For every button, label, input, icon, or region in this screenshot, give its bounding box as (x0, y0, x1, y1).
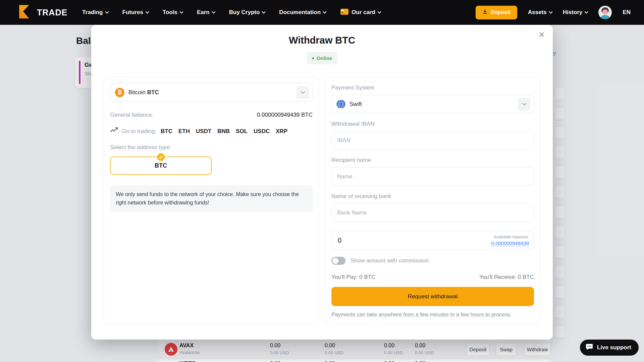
youll-pay-text: You'll Pay: 0 BTC (331, 274, 375, 281)
youll-receive-text: You'll Receive: 0 BTC (479, 274, 534, 281)
summary-row: You'll Pay: 0 BTC You'll Receive: 0 BTC (331, 274, 534, 281)
nav-trading[interactable]: Trading (82, 9, 108, 16)
top-navbar: TRADE Trading Futures Tools Earn Buy Cry… (0, 0, 644, 25)
pair-link-bnb[interactable]: BNB (217, 128, 230, 135)
chevron-down-icon (297, 86, 309, 99)
payment-system-label: Payment System (331, 84, 534, 91)
amount-input[interactable] (333, 237, 400, 244)
chevron-down-icon (179, 10, 183, 13)
main-menu: Trading Futures Tools Earn Buy Crypto Do… (82, 8, 381, 17)
user-avatar[interactable] (598, 6, 612, 19)
bitcoin-icon: ₿ (115, 88, 124, 97)
navbar-right: Deposit Assets History EN (476, 6, 631, 19)
chevron-down-icon (262, 10, 266, 13)
nav-earn[interactable]: Earn (197, 9, 215, 16)
payment-system-select[interactable]: Swift (331, 95, 534, 113)
network-warning-text: We only send funds to the network of you… (110, 185, 313, 212)
chevron-down-icon (377, 10, 381, 13)
chevron-down-icon (518, 98, 531, 111)
avatar-face (602, 9, 608, 14)
recipient-input[interactable] (331, 167, 534, 186)
commission-label: Show amount with commission (351, 257, 429, 264)
commission-toggle-row: Show amount with commission (331, 257, 534, 265)
nav-buy-crypto[interactable]: Buy Crypto (229, 9, 265, 16)
trade-logo-icon (17, 5, 32, 20)
card-icon (340, 8, 349, 17)
request-withdrawal-button[interactable]: Request withdrawal (331, 287, 534, 306)
iban-label: Withdrawal IBAN (331, 121, 534, 127)
chevron-down-icon (105, 10, 109, 13)
coin-panel: ₿ Bitcoin BTC General balance: 0.0000009… (104, 77, 319, 325)
commission-toggle[interactable] (331, 257, 345, 265)
chevron-down-icon (145, 10, 149, 13)
bank-label: Name of receiving bank (331, 193, 534, 200)
chevron-down-icon (323, 10, 326, 13)
pair-link-btc[interactable]: BTC (161, 128, 172, 135)
pair-link-eth[interactable]: ETH (178, 128, 190, 135)
close-icon[interactable] (537, 29, 547, 40)
deposit-button[interactable]: Deposit (476, 6, 517, 19)
recipient-label: Recipient name (331, 157, 534, 164)
coin-select[interactable]: ₿ Bitcoin BTC (110, 83, 313, 102)
modal-title: Withdraw BTC (91, 25, 553, 46)
processing-note: Payments can take anywhere from a few mi… (331, 312, 534, 318)
address-type-label: Select the address type: (110, 144, 313, 151)
nav-our-card[interactable]: Our card (340, 8, 381, 17)
nav-documentation[interactable]: Documentation (279, 9, 326, 16)
avatar-shirt (600, 15, 610, 19)
general-balance-value: 0.000000949439 BTC (257, 112, 313, 118)
available-balance-link[interactable]: 0.000000949439 (491, 240, 529, 246)
language-selector[interactable]: EN (623, 9, 631, 16)
bank-input[interactable] (331, 203, 534, 222)
nav-futures[interactable]: Futures (122, 9, 149, 16)
trend-chart-icon (110, 127, 119, 135)
withdraw-modal: Withdraw BTC Online ₿ Bitcoin BTC Genera… (91, 25, 553, 340)
pair-link-usdc[interactable]: USDC (254, 128, 270, 135)
deposit-icon (482, 9, 488, 16)
withdrawal-form-panel: Payment System Swift Withdrawal IBAN Rec… (325, 77, 540, 325)
check-icon (157, 153, 165, 161)
chevron-down-icon (585, 10, 588, 13)
pair-link-xrp[interactable]: XRP (276, 128, 287, 135)
live-support-button[interactable]: Live support (580, 340, 639, 356)
chevron-down-icon (549, 10, 552, 13)
pair-link-usdt[interactable]: USDT (196, 128, 211, 135)
swift-globe-icon (336, 100, 345, 109)
iban-input[interactable] (331, 131, 534, 149)
amount-field: Available balance: 0.000000949439 (331, 231, 534, 250)
brand-logo[interactable]: TRADE (17, 5, 67, 20)
chat-bubble-icon (585, 343, 593, 353)
general-balance-row: General balance: 0.000000949439 BTC (110, 112, 313, 118)
status-badge: Online (307, 52, 338, 64)
nav-history[interactable]: History (563, 9, 588, 16)
payment-system-value: Swift (350, 101, 362, 108)
pair-link-sol[interactable]: SOL (236, 128, 248, 135)
brand-name: TRADE (37, 8, 67, 17)
available-balance-label: Available balance: (491, 234, 529, 239)
nav-tools[interactable]: Tools (163, 9, 183, 16)
nav-assets[interactable]: Assets (528, 9, 552, 16)
status-dot-icon (312, 57, 314, 59)
toggle-knob (332, 258, 338, 264)
address-type-btc-option[interactable]: BTC (110, 157, 212, 175)
go-to-trading-row: Go to trading: BTC ETH USDT BNB SOL USDC… (110, 127, 313, 135)
chevron-down-icon (212, 10, 215, 13)
